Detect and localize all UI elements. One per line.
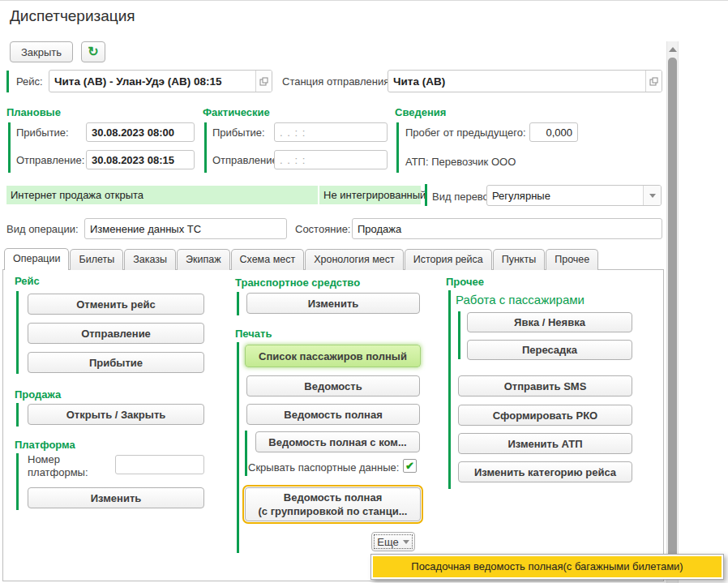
tab-operations[interactable]: Операции — [4, 248, 69, 270]
sheet-button[interactable]: Ведомость — [246, 375, 420, 397]
platform-number-label: Номер платформы: — [28, 453, 110, 479]
station-open-button[interactable] — [645, 71, 662, 92]
arrival-button[interactable]: Прибытие — [28, 352, 204, 373]
attendance-button[interactable]: Явка / Неявка — [467, 312, 632, 332]
operation-kind-label: Вид операции: — [6, 223, 79, 235]
transport-kind-dropdown-button[interactable] — [643, 186, 661, 205]
tab-bar: Операции Билеты Заказы Экипаж Схема мест… — [4, 248, 599, 270]
actual-arrival-field[interactable]: . . : : — [274, 122, 388, 142]
planned-arrival-field[interactable]: 30.08.2023 08:00 — [86, 122, 195, 142]
open-picker-icon — [649, 77, 658, 86]
open-close-sale-button[interactable]: Открыть / Закрыть — [28, 404, 204, 425]
change-vehicle-button[interactable]: Изменить — [246, 293, 420, 314]
tab-orders[interactable]: Заказы — [124, 249, 176, 270]
actual-departure-placeholder: . . : : — [275, 154, 387, 166]
tab-other[interactable]: Прочее — [546, 249, 598, 270]
send-sms-button[interactable]: Отправить SMS — [458, 375, 632, 397]
trip-value: Чита (АВ) - Улан-Удэ (АВ) 08:15 — [49, 75, 255, 88]
dispatch-window: Диспетчеризация Закрыть ↻ Рейс: Чита (АВ… — [0, 0, 728, 583]
sheet-full-grouped-button[interactable]: Ведомость полная (с группировкой по стан… — [245, 487, 421, 521]
route-accent-bar — [6, 71, 9, 92]
actual-arrival-placeholder: . . : : — [275, 126, 387, 139]
sheet-full-grouped-line2: (с группировкой по станци... — [259, 504, 408, 518]
tab-seat-chronology[interactable]: Хронология мест — [305, 249, 404, 270]
planned-accent-bar — [8, 122, 11, 173]
scrollbar-thumb[interactable] — [668, 58, 677, 560]
mileage-field[interactable]: 0,000 — [529, 122, 578, 142]
check-icon: ✔ — [405, 460, 414, 472]
actual-group-title: Фактические — [203, 106, 270, 118]
hide-passport-label: Скрывать паспортные данные: — [248, 461, 399, 474]
integration-status: Не интегрированный — [319, 186, 421, 204]
sheet-full-button[interactable]: Ведомость полная — [246, 404, 420, 425]
change-category-button[interactable]: Изменить категорию рейса — [458, 461, 632, 482]
platform-number-input[interactable] — [115, 455, 204, 474]
tab-crew[interactable]: Экипаж — [177, 249, 230, 270]
planned-arrival-value: 30.08.2023 08:00 — [87, 126, 194, 139]
actual-departure-label: Отправление: — [212, 154, 280, 166]
hide-passport-checkbox[interactable]: ✔ — [403, 459, 417, 473]
trip-group-title: Рейс — [15, 275, 40, 287]
print-group-bar — [237, 342, 239, 553]
planned-group-title: Плановые — [6, 106, 61, 118]
operation-kind-field[interactable]: Изменение данных ТС — [84, 218, 287, 239]
close-button[interactable]: Закрыть — [10, 41, 73, 62]
state-value: Продажа — [353, 223, 662, 235]
internet-sale-status: Интернет продажа открыта — [6, 186, 318, 204]
more-dropdown-menu: Посадочная ведомость полная(с багажными … — [370, 554, 724, 580]
passenger-list-full-button[interactable]: Список пассажиров полный — [245, 345, 421, 367]
actual-accent-bar — [204, 122, 207, 173]
station-field[interactable]: Чита (АВ) — [388, 70, 662, 92]
open-picker-icon — [259, 77, 268, 86]
other-group-title: Прочее — [446, 276, 484, 288]
transfer-button[interactable]: Пересадка — [467, 340, 632, 360]
tab-points[interactable]: Пункты — [493, 249, 545, 270]
mileage-value: 0,000 — [530, 126, 577, 139]
state-field[interactable]: Продажа — [352, 218, 662, 239]
platform-group-bar — [16, 453, 19, 510]
transport-kind-select[interactable]: Регулярные — [486, 185, 662, 206]
page-title: Диспетчеризация — [10, 7, 135, 25]
passengers-subgroup-title: Работа с пассажирами — [456, 293, 585, 307]
info-accent-bar — [396, 122, 399, 173]
vehicle-group-bar — [237, 292, 239, 315]
print-group-title: Печать — [235, 328, 272, 340]
actual-departure-field[interactable]: . . : : — [274, 150, 388, 169]
planned-departure-value: 30.08.2023 08:15 — [87, 154, 194, 166]
sheet-full-grouped-line1: Ведомость полная — [284, 491, 382, 504]
tab-trip-history[interactable]: История рейса — [405, 249, 492, 270]
status-divider — [425, 184, 427, 206]
planned-departure-field[interactable]: 30.08.2023 08:15 — [86, 150, 195, 169]
tab-tickets[interactable]: Билеты — [70, 249, 123, 270]
change-platform-button[interactable]: Изменить — [28, 487, 204, 508]
station-label: Станция отправления: — [282, 75, 392, 88]
refresh-button[interactable]: ↻ — [81, 41, 105, 62]
operation-kind-value: Изменение данных ТС — [85, 223, 286, 235]
cancel-trip-button[interactable]: Отменить рейс — [28, 294, 204, 315]
transport-kind-value: Регулярные — [487, 190, 643, 202]
planned-arrival-label: Прибытие: — [16, 126, 69, 139]
mileage-label: Пробег от предыдущего: — [405, 126, 526, 139]
vehicle-group-title: Транспортное средство — [235, 276, 360, 289]
more-label: Еще — [377, 536, 398, 548]
sheet-full-com-button[interactable]: Ведомость полная с ком... — [255, 431, 420, 452]
tab-seat-map[interactable]: Схема мест — [231, 249, 305, 270]
planned-departure-label: Отправление: — [16, 154, 84, 166]
trip-field[interactable]: Чита (АВ) - Улан-Удэ (АВ) 08:15 — [49, 70, 272, 92]
scroll-up-icon[interactable] — [669, 47, 677, 52]
menu-item-boarding-sheet-full-baggage[interactable]: Посадочная ведомость полная(с багажными … — [373, 556, 722, 577]
change-atp-button[interactable]: Изменить АТП — [458, 433, 632, 454]
more-button[interactable]: Еще — [371, 532, 415, 551]
departure-button[interactable]: Отправление — [28, 323, 204, 344]
print-subgroup-bar — [245, 431, 247, 476]
sale-group-title: Продажа — [15, 388, 61, 401]
chevron-down-icon — [649, 194, 656, 198]
trip-open-button[interactable] — [255, 71, 272, 92]
platform-group-title: Платформа — [15, 439, 75, 451]
chevron-down-icon — [403, 540, 409, 544]
actual-arrival-label: Прибытие: — [212, 126, 265, 139]
state-label: Состояние: — [295, 223, 350, 235]
sale-group-bar — [16, 403, 19, 427]
create-rko-button[interactable]: Сформировать РКО — [458, 405, 632, 426]
refresh-icon: ↻ — [88, 45, 98, 58]
